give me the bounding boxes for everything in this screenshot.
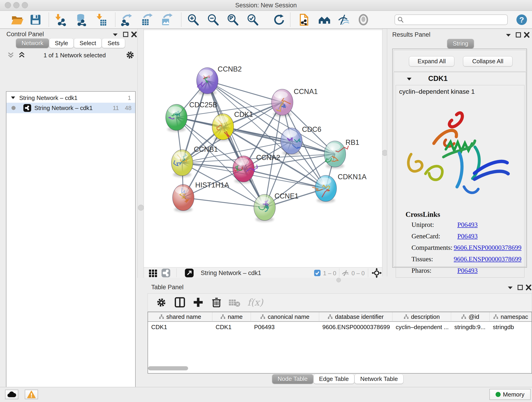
- table-cell[interactable]: cyclin–dependent ...: [393, 322, 451, 332]
- crosslink-row: Compartments:9606.ENSP00000378699: [412, 244, 521, 251]
- crosslink-row: Uniprot:P06493: [412, 221, 521, 229]
- tab-edge-table[interactable]: Edge Table: [314, 374, 355, 384]
- show-graphics-button[interactable]: [356, 13, 370, 26]
- selected-checkbox[interactable]: [314, 269, 321, 277]
- column-header-description[interactable]: description: [393, 312, 451, 322]
- column-header--id[interactable]: @id: [451, 312, 490, 322]
- open-session-button[interactable]: [10, 13, 24, 26]
- node-CDC25B[interactable]: [166, 104, 187, 132]
- crosslink-value-link[interactable]: P06493: [457, 232, 478, 240]
- table-cell[interactable]: stringdb:9...: [451, 322, 490, 332]
- import-table-button[interactable]: [94, 13, 108, 26]
- table-cell[interactable]: CDK1: [148, 322, 212, 332]
- network-canvas[interactable]: CCNB2CCNA1CDC25BCDK1CDC6RB1CCNB1CCNA2HIS…: [144, 30, 382, 267]
- network-collection-row[interactable]: String Network – cdk1 1: [6, 93, 135, 103]
- close-panel-icon[interactable]: [523, 32, 531, 38]
- float-panel-menu-icon[interactable]: [111, 31, 119, 38]
- table-cell[interactable]: stringdb: [490, 322, 532, 332]
- node-RB1[interactable]: [324, 141, 348, 168]
- tab-select[interactable]: Select: [74, 38, 101, 48]
- export-table-button[interactable]: [140, 13, 153, 26]
- node-CCNA2[interactable]: [233, 156, 258, 183]
- grid-view-icon[interactable]: [148, 269, 158, 277]
- network-graph[interactable]: CCNB2CCNA1CDC25BCDK1CDC6RB1CCNB1CCNA2HIS…: [144, 30, 382, 267]
- hide-edges-button[interactable]: [337, 13, 351, 26]
- string-view-icon[interactable]: [161, 268, 171, 278]
- zoom-in-button[interactable]: [186, 13, 200, 26]
- help-button[interactable]: ?: [515, 13, 528, 26]
- crosslink-value-link[interactable]: 9606.ENSP00000378699: [454, 255, 521, 263]
- float-panel-menu-icon[interactable]: [505, 32, 512, 38]
- show-columns-icon[interactable]: [174, 297, 185, 308]
- float-panel-icon[interactable]: [122, 31, 130, 38]
- edge-HIST1H1A-CCNE1[interactable]: [183, 198, 265, 207]
- table-cell[interactable]: 9606.ENSP00000378699: [319, 322, 393, 332]
- table-cell[interactable]: P06493: [251, 322, 319, 332]
- expand-all-networks-icon[interactable]: [18, 51, 26, 58]
- create-column-plus-icon[interactable]: [193, 297, 204, 308]
- column-header-canonical-name[interactable]: canonical name: [251, 312, 319, 322]
- tab-node-table[interactable]: Node Table: [272, 374, 313, 384]
- float-panel-menu-icon[interactable]: [506, 284, 514, 291]
- memory-button[interactable]: Memory: [489, 389, 531, 400]
- birds-eye-view-icon[interactable]: [185, 268, 194, 278]
- left-splitter-grip[interactable]: [138, 205, 144, 211]
- export-network-button[interactable]: [120, 13, 133, 26]
- function-builder-icon[interactable]: f(x): [245, 296, 266, 309]
- zoom-fit-button[interactable]: [226, 13, 239, 26]
- collapse-all-button[interactable]: Collapse All: [463, 56, 513, 66]
- network-options-gear-icon[interactable]: [126, 51, 135, 60]
- save-session-button[interactable]: [29, 13, 42, 26]
- export-image-button[interactable]: [160, 13, 173, 26]
- horizontal-splitter-grip[interactable]: [336, 278, 341, 282]
- import-network-file-button[interactable]: [53, 13, 67, 26]
- delete-table-icon[interactable]: [228, 298, 240, 307]
- expand-all-button[interactable]: Expand All: [409, 56, 454, 66]
- fit-content-crosshair-icon[interactable]: [372, 268, 382, 278]
- node-table[interactable]: shared namenamecanonical namedatabase id…: [147, 312, 532, 374]
- import-string-network-button[interactable]: [298, 13, 311, 26]
- import-network-database-button[interactable]: [73, 13, 87, 26]
- column-header-database-identifier[interactable]: database identifier: [319, 312, 393, 322]
- node-HIST1H1A[interactable]: [172, 185, 194, 212]
- collapse-all-networks-icon[interactable]: [7, 51, 15, 58]
- close-panel-icon[interactable]: [525, 284, 532, 291]
- column-header-name[interactable]: name: [212, 312, 251, 322]
- tab-sets[interactable]: Sets: [102, 38, 125, 48]
- protein-structure-image[interactable]: [403, 101, 515, 200]
- edge-CCNB2-CCNA1[interactable]: [207, 81, 282, 102]
- node-CCNA1[interactable]: [272, 89, 293, 117]
- table-horizontal-scrollbar[interactable]: [148, 366, 188, 370]
- crosslink-value-link[interactable]: P06493: [457, 267, 478, 274]
- node-CCNB1[interactable]: [171, 150, 193, 177]
- tab-network[interactable]: Network: [16, 38, 49, 48]
- left-splitter[interactable]: [138, 29, 144, 278]
- tab-string[interactable]: String: [447, 39, 474, 48]
- column-header-shared-name[interactable]: shared name: [148, 312, 212, 322]
- refresh-view-button[interactable]: [272, 13, 285, 26]
- warnings-button[interactable]: [25, 390, 38, 399]
- search-input[interactable]: [404, 16, 505, 23]
- crosslink-value-link[interactable]: P06493: [457, 221, 478, 229]
- node-CCNE1[interactable]: [254, 194, 275, 222]
- zoom-selected-button[interactable]: [246, 13, 259, 26]
- tab-network-table[interactable]: Network Table: [355, 374, 403, 384]
- home-panes-button[interactable]: [317, 13, 331, 26]
- right-splitter[interactable]: [382, 29, 387, 276]
- collection-expand-icon[interactable]: [10, 95, 17, 101]
- column-header-namespac[interactable]: namespac: [490, 312, 532, 322]
- cloud-status-button[interactable]: [5, 390, 18, 399]
- float-panel-icon[interactable]: [515, 32, 522, 38]
- crosslink-value-link[interactable]: 9606.ENSP00000378699: [454, 244, 521, 251]
- tab-style[interactable]: Style: [49, 38, 74, 48]
- node-CCNB2[interactable]: [196, 68, 218, 95]
- network-row-selected[interactable]: String Network – cdk1 11 48: [6, 103, 135, 113]
- hidden-eye-icon[interactable]: [341, 269, 350, 277]
- table-options-gear-icon[interactable]: [156, 297, 167, 308]
- close-panel-icon[interactable]: [130, 31, 138, 38]
- zoom-out-button[interactable]: [206, 13, 220, 26]
- delete-column-trash-icon[interactable]: [211, 297, 222, 308]
- float-panel-icon[interactable]: [516, 284, 524, 291]
- protein-collapse-icon[interactable]: [406, 76, 413, 82]
- table-cell[interactable]: CDK1: [212, 322, 251, 332]
